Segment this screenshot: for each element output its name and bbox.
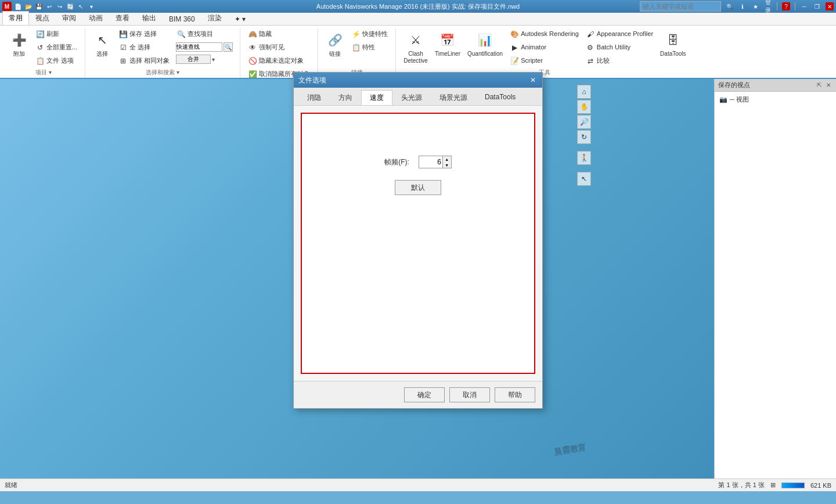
add-btn[interactable]: ➕ 附加 [7,28,31,60]
force-visible-btn[interactable]: 👁 强制可见 [245,41,313,54]
panel-header-btns: ⇱ ✕ [815,81,833,89]
link-btn[interactable]: 🔗 链接 [323,28,347,60]
file-options-btn[interactable]: 📋 文件 选项 [33,55,80,67]
ok-btn[interactable]: 确定 [404,387,445,402]
help-btn-dialog[interactable]: 帮助 [495,387,535,402]
timeliner-btn[interactable]: 📅 TimeLiner [432,28,463,60]
group-links: 🔗 链接 ⚡ 快捷特性 📋 特性 链接 [318,28,396,78]
project-small-btns: 🔄 刷新 ↺ 全部重置... 📋 文件 选项 [33,28,80,67]
merge-btn[interactable]: 合并 [176,55,211,64]
dialog-tab-headlight[interactable]: 头光源 [392,90,431,105]
quick-search-btn[interactable]: 🔍 [224,42,233,52]
hide-unselected-btn[interactable]: 🚫 隐藏未选定对象 [245,55,313,67]
select-btn[interactable]: ↖ 选择 [90,28,114,60]
save-btn[interactable]: 💾 [35,2,43,10]
nav-home-btn[interactable]: ⌂ [577,85,591,99]
clash-detective-btn[interactable]: ⚔ ClashDetective [401,28,431,67]
tab-render[interactable]: 渲染 [201,11,228,25]
merge-arrow: ▾ [212,56,215,63]
hide-btn[interactable]: 🙈 隐藏 [245,28,313,41]
search-input[interactable] [640,1,721,12]
panel-tree: 📷 ─ 视图 [715,92,836,478]
props-btn[interactable]: 📋 特性 [348,41,391,54]
panel-close-btn[interactable]: ✕ [824,81,833,89]
ribbon-content: ➕ 附加 🔄 刷新 ↺ 全部重置... 📋 文件 选项 项目 ▾ [0,26,836,79]
dialog-tab-direction[interactable]: 方向 [330,90,361,105]
select-same-btn[interactable]: ⊞ 选择 相同对象 [116,55,172,67]
tab-animation[interactable]: 动画 [82,11,109,25]
undo-btn[interactable]: ↩ [45,2,53,10]
tab-output[interactable]: 输出 [136,11,163,25]
find-items-btn[interactable]: 🔍 查找项目 [174,28,235,41]
help-btn[interactable]: ? [782,2,790,10]
nav-zoom-btn[interactable]: 🔎 [577,115,591,129]
quantification-btn[interactable]: 📊 Quantification [464,28,506,60]
timeliner-label: TimeLiner [435,51,460,57]
save-selection-btn[interactable]: 💾 保存 选择 [116,28,172,41]
datatools-btn[interactable]: 🗄 DataTools [657,28,689,60]
select-mode-btn[interactable]: ↖ [77,2,85,10]
autodesk-rendering-btn[interactable]: 🎨 Autodesk Rendering [507,28,582,41]
refresh-btn[interactable]: 🔄 刷新 [33,28,80,41]
animator-btn[interactable]: ▶ Animator [507,41,582,54]
appearance-profiler-btn[interactable]: 🖌 Appearance Profiler [583,28,656,41]
tab-viewpoint[interactable]: 视点 [29,11,56,25]
links-buttons: 🔗 链接 ⚡ 快捷特性 📋 特性 [323,28,391,67]
fps-row: 帧频(F): ▲ ▼ [384,156,452,168]
restore-btn[interactable]: ❐ [813,2,821,10]
hide-icon: 🙈 [248,30,257,39]
fps-input[interactable] [419,156,442,168]
tree-item-label: ─ 视图 [730,95,749,104]
tab-bim360[interactable]: BIM 360 [163,13,201,25]
page-info: 第 1 张，共 1 张 [718,481,764,489]
default-btn[interactable]: 默认 [395,180,441,195]
dialog-tab-scenelight[interactable]: 场景光源 [431,90,476,105]
sync-btn[interactable]: 🔄 [66,2,74,10]
batch-utility-btn[interactable]: ⚙ Batch Utility [583,41,656,54]
tab-view[interactable]: 查看 [109,11,136,25]
close-btn[interactable]: ✕ [826,2,834,10]
dialog-close-btn[interactable]: ✕ [528,75,538,85]
tree-item-view[interactable]: 📷 ─ 视图 [717,94,834,105]
select-all-btn[interactable]: ☑ 全 选择 [116,41,172,54]
nav-orbit-btn[interactable]: ↻ [577,130,591,144]
minimize-btn[interactable]: ─ [800,2,808,10]
select-small-col2: 🔍 查找项目 🔍 合并 ▾ [174,28,235,65]
tab-review[interactable]: 审阅 [56,11,82,25]
batch-label: Batch Utility [597,44,630,51]
dialog-tab-speed[interactable]: 速度 [361,90,392,105]
compare-label: 比较 [597,57,610,64]
new-btn[interactable]: 📄 [14,2,22,10]
panel-float-btn[interactable]: ⇱ [815,81,823,89]
tab-more[interactable]: ✦ ▾ [228,13,252,25]
nav-walk-btn[interactable]: 🚶 [577,151,591,165]
info-btn[interactable]: ℹ [738,2,747,10]
fps-spin-up[interactable]: ▲ [443,156,451,162]
hide-unsel-icon: 🚫 [248,56,257,66]
nav-pan-btn[interactable]: ✋ [577,100,591,114]
dropdown-arrow-btn[interactable]: ▾ [87,2,95,10]
fps-spin-down[interactable]: ▼ [443,162,451,168]
tab-home[interactable]: 常用 [2,11,29,25]
login-btn[interactable]: 登录 [764,2,772,10]
redo-btn[interactable]: ↪ [56,2,64,10]
dialog-tab-datatools[interactable]: DataTools [476,90,524,105]
select-all-label: 全 选择 [129,44,150,51]
open-btn[interactable]: 📂 [24,2,33,10]
cancel-btn[interactable]: 取消 [449,387,490,402]
hide-col: 🙈 隐藏 👁 强制可见 🚫 隐藏未选定对象 ✅ 取消隐藏所有对象 [245,28,313,79]
nav-cursor-btn[interactable]: ↖ [577,172,591,186]
star-btn[interactable]: ★ [751,2,759,10]
group-select: ↖ 选择 💾 保存 选择 ☑ 全 选择 ⊞ 选择 相同对象 [85,28,240,78]
quick-search-input[interactable] [176,42,222,52]
compare-btn[interactable]: ⇄ 比较 [583,55,656,67]
select-all-icon: ☑ [118,43,128,52]
help-search-btn[interactable]: 🔍 [726,2,734,10]
quick-props-btn[interactable]: ⚡ 快捷特性 [348,28,391,41]
select-label: 选择 [96,51,108,57]
reset-all-btn[interactable]: ↺ 全部重置... [33,41,80,54]
tools-small-col: 🎨 Autodesk Rendering ▶ Animator 📝 Script… [507,28,582,67]
dialog-tab-hide[interactable]: 消隐 [298,90,330,105]
compare-icon: ⇄ [586,56,595,66]
scripter-btn[interactable]: 📝 Scripter [507,55,582,67]
